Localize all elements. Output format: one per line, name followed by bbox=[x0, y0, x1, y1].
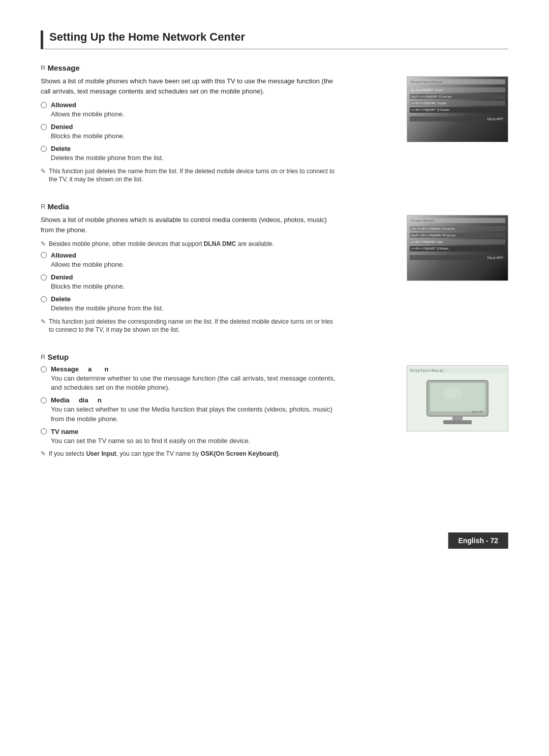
note-text-media: This function just deletes the correspon… bbox=[49, 318, 336, 335]
desc-tvname-setup: You can set the TV name so as to find it… bbox=[51, 436, 336, 446]
section-content-setup: Message a n You can determine whether to… bbox=[41, 365, 336, 461]
r-marker-setup: R bbox=[41, 353, 45, 361]
option-denied-message: Denied Blocks the mobile phone. bbox=[41, 123, 336, 141]
label-allowed-message: Allowed bbox=[51, 101, 76, 109]
section-message: R Message Shows a list of mobile phones … bbox=[41, 64, 508, 187]
footer-label: English - 72 bbox=[448, 532, 508, 549]
page-title: Setting Up the Home Network Center bbox=[41, 30, 508, 49]
note-icon-setup: ✎ bbox=[41, 450, 46, 457]
note-icon-message: ✎ bbox=[41, 168, 46, 175]
label-denied-message: Denied bbox=[51, 123, 73, 131]
label-denied-media: Denied bbox=[51, 273, 73, 281]
option-allowed-message: Allowed Allows the mobile phone. bbox=[41, 101, 336, 119]
section-content-message: Shows a list of mobile phones which have… bbox=[41, 76, 336, 187]
section-title-media: Media bbox=[47, 202, 69, 211]
screen-image-message: S z x p Y p z i v N p y p Xp--lg p 8@AB<… bbox=[407, 76, 508, 142]
desc-delete-media: Deletes the mobile phone from the list. bbox=[51, 304, 336, 313]
desc-allowed-media: Allows the mobile phone. bbox=[51, 260, 336, 269]
svg-rect-3 bbox=[443, 420, 472, 424]
label-allowed-media: Allowed bbox=[51, 251, 76, 259]
screen-image-setup: S z x p Y p z i v N p y p j D'jp jy+W' bbox=[407, 365, 508, 431]
option-message-setup: Message a n You can determine whether to… bbox=[41, 365, 336, 392]
option-delete-message: Delete Deletes the mobile phone from the… bbox=[41, 145, 336, 163]
note-text-message: This function just deletes the name from… bbox=[49, 167, 336, 184]
radio-media-setup[interactable] bbox=[41, 397, 47, 403]
note-icon-media: ✎ bbox=[41, 318, 46, 325]
desc-allowed-message: Allows the mobile phone. bbox=[51, 110, 336, 119]
radio-delete-media[interactable] bbox=[41, 296, 47, 302]
option-allowed-media: Allowed Allows the mobile phone. bbox=[41, 251, 336, 269]
label-delete-message: Delete bbox=[51, 145, 71, 152]
r-marker-media: R bbox=[41, 203, 45, 210]
svg-text:D'jp jy+W': D'jp jy+W' bbox=[472, 410, 483, 413]
screen-image-media: S z x p v N p y p j +rb: <<<B<=>18@Ab= E… bbox=[407, 215, 508, 281]
note-text-inline-media: Besides mobile phone, other mobile devic… bbox=[49, 240, 274, 248]
section-title-setup: Setup bbox=[47, 353, 69, 361]
media-desc: Shows a list of mobile phones which is a… bbox=[41, 215, 336, 235]
note-text-setup: If you selects User Input, you can type … bbox=[49, 450, 280, 458]
svg-rect-2 bbox=[452, 416, 463, 420]
section-title-message: Message bbox=[47, 64, 79, 72]
radio-denied-media[interactable] bbox=[41, 274, 47, 280]
label-media-setup: Media dia n bbox=[51, 396, 102, 404]
r-marker-message: R bbox=[41, 64, 45, 72]
radio-allowed-media[interactable] bbox=[41, 252, 47, 258]
option-delete-media: Delete Deletes the mobile phone from the… bbox=[41, 295, 336, 313]
section-setup: R Setup Message a n You can determine wh… bbox=[41, 353, 508, 461]
desc-media-setup: You can select whether to use the Media … bbox=[51, 405, 336, 423]
note-setup: ✎ If you selects User Input, you can typ… bbox=[41, 450, 336, 458]
note-media: ✎ This function just deletes the corresp… bbox=[41, 318, 336, 335]
label-message-setup: Message a n bbox=[51, 365, 108, 373]
radio-tvname-setup[interactable] bbox=[41, 428, 47, 434]
message-desc: Shows a list of mobile phones which have… bbox=[41, 76, 336, 96]
section-content-media: Shows a list of mobile phones which is a… bbox=[41, 215, 336, 337]
screen-lines-media: S z x p v N p y p j +rb: <<<B<=>18@Ab= E… bbox=[410, 218, 505, 278]
radio-denied-message[interactable] bbox=[41, 124, 47, 130]
desc-message-setup: You can determine whether to use the mes… bbox=[51, 374, 336, 392]
option-tvname-setup: TV name You can set the TV name so as to… bbox=[41, 428, 336, 446]
radio-allowed-message[interactable] bbox=[41, 102, 47, 108]
option-denied-media: Denied Blocks the mobile phone. bbox=[41, 273, 336, 291]
note-icon-inline-media: ✎ bbox=[41, 240, 46, 247]
desc-denied-media: Blocks the mobile phone. bbox=[51, 282, 336, 291]
radio-message-setup[interactable] bbox=[41, 366, 47, 372]
label-tvname-setup: TV name bbox=[51, 428, 78, 435]
desc-denied-message: Blocks the mobile phone. bbox=[51, 132, 336, 141]
note-inline-media: ✎ Besides mobile phone, other mobile dev… bbox=[41, 240, 336, 248]
option-media-setup: Media dia n You can select whether to us… bbox=[41, 396, 336, 423]
label-delete-media: Delete bbox=[51, 295, 71, 303]
desc-delete-message: Deletes the mobile phone from the list. bbox=[51, 153, 336, 163]
radio-delete-message[interactable] bbox=[41, 146, 47, 152]
section-media: R Media Shows a list of mobile phones wh… bbox=[41, 202, 508, 337]
tv-device-svg: D'jp jy+W' bbox=[417, 378, 498, 426]
screen-lines-message: S z x p Y p z i v N p y p Xp--lg p 8@AB<… bbox=[410, 79, 505, 139]
svg-point-4 bbox=[442, 387, 463, 399]
note-message: ✎ This function just deletes the name fr… bbox=[41, 167, 336, 184]
